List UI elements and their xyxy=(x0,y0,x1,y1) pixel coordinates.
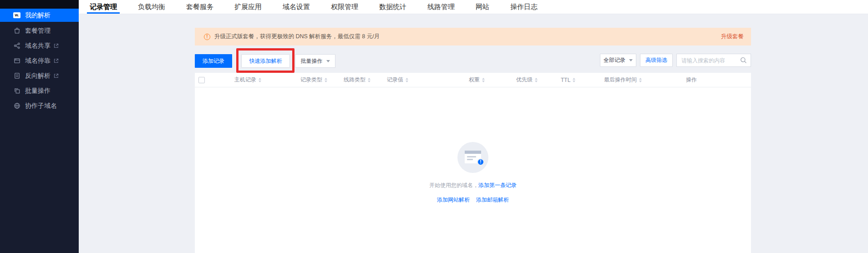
table-header-checkbox-cell xyxy=(195,77,234,83)
sidebar-item-my-dns[interactable]: w.我的解析 xyxy=(0,9,79,22)
record-filter-label: 全部记录 xyxy=(604,56,625,64)
quick-add-record-button[interactable]: 快速添加解析 xyxy=(241,54,290,68)
record-filter-dropdown[interactable]: 全部记录 xyxy=(600,54,636,67)
column-label: 优先级 xyxy=(516,76,533,84)
column-header-type[interactable]: 记录类型 xyxy=(300,76,344,84)
chevron-down-icon xyxy=(629,59,633,61)
sidebar-top-strip xyxy=(0,0,79,9)
window-icon xyxy=(13,57,20,65)
exclamation-badge-icon: ! xyxy=(477,158,484,166)
tab-domain-settings[interactable]: 域名设置 xyxy=(283,0,310,14)
external-link-icon xyxy=(54,73,59,78)
column-label: TTL xyxy=(561,77,570,83)
tab-extensions[interactable]: 扩展应用 xyxy=(234,0,262,14)
empty-state-icon: ! xyxy=(457,142,488,173)
tab-package-service[interactable]: 套餐服务 xyxy=(186,0,213,14)
column-header-weight[interactable]: 权重 xyxy=(469,76,516,84)
sidebar-item-parking[interactable]: 域名停靠 xyxy=(0,53,79,68)
column-label: 权重 xyxy=(469,76,480,84)
bag-icon xyxy=(13,27,20,35)
upgrade-banner-text: 升级正式版套餐，获得更极致的 DNS 解析服务，最低仅需 8 元/月 xyxy=(214,33,380,40)
column-header-host[interactable]: 主机记录 xyxy=(234,76,300,84)
sidebar-item-label: 反向解析 xyxy=(25,72,51,80)
sidebar-menu: w.我的解析套餐管理域名共享域名停靠反向解析批量操作协作子域名 xyxy=(0,9,79,113)
column-label: 主机记录 xyxy=(234,76,256,84)
column-header-value[interactable]: 记录值 xyxy=(387,76,469,84)
search-input[interactable] xyxy=(681,57,740,64)
sort-icon[interactable] xyxy=(368,78,371,82)
column-header-updated[interactable]: 最后操作时间 xyxy=(604,76,686,84)
sidebar-item-label: 批量操作 xyxy=(25,87,51,95)
sidebar-item-package[interactable]: 套餐管理 xyxy=(0,23,79,38)
sidebar-item-reverse[interactable]: 反向解析 xyxy=(0,68,79,83)
sidebar-item-label: 协作子域名 xyxy=(25,102,57,110)
select-all-checkbox[interactable] xyxy=(198,77,205,83)
sort-icon[interactable] xyxy=(406,78,408,82)
column-header-actions: 操作 xyxy=(686,76,751,84)
tab-permissions[interactable]: 权限管理 xyxy=(331,0,358,14)
tab-logs[interactable]: 操作日志 xyxy=(510,0,538,14)
table-header-row: 主机记录记录类型线路类型记录值权重优先级TTL最后操作时间操作 xyxy=(195,73,751,87)
upgrade-plan-link[interactable]: 升级套餐 xyxy=(721,33,744,40)
column-label: 记录值 xyxy=(387,76,403,84)
search-box xyxy=(676,54,751,67)
sidebar-item-share[interactable]: 域名共享 xyxy=(0,38,79,53)
sidebar: w.我的解析套餐管理域名共享域名停靠反向解析批量操作协作子域名 xyxy=(0,0,79,253)
sort-icon[interactable] xyxy=(535,78,538,82)
column-label: 线路类型 xyxy=(344,76,365,84)
external-link-icon xyxy=(54,43,59,48)
chevron-down-icon xyxy=(326,60,330,62)
add-mail-record-link[interactable]: 添加邮箱解析 xyxy=(476,197,509,203)
batch-operation-label: 批量操作 xyxy=(301,57,323,65)
dns-console-page: 记录管理负载均衡套餐服务扩展应用域名设置权限管理数据统计线路管理网站操作日志 w… xyxy=(0,0,868,253)
document-icon: ! xyxy=(465,151,481,163)
batch-operation-dropdown[interactable]: 批量操作 xyxy=(295,54,335,68)
empty-state-links: 添加网站解析添加邮箱解析 xyxy=(195,196,751,204)
sidebar-item-label: 我的解析 xyxy=(25,11,51,20)
empty-state-prefix: 开始使用您的域名， xyxy=(429,182,478,188)
tab-load-balance[interactable]: 负载均衡 xyxy=(138,0,165,14)
copy-icon xyxy=(13,87,20,95)
advanced-filter-button[interactable]: 高级筛选 xyxy=(640,54,673,67)
sidebar-item-label: 域名停靠 xyxy=(25,57,51,65)
share-icon xyxy=(13,42,20,50)
external-link-icon xyxy=(54,58,59,63)
sort-icon[interactable] xyxy=(482,78,485,82)
column-label: 操作 xyxy=(686,76,697,84)
sidebar-item-label: 套餐管理 xyxy=(25,27,51,35)
upgrade-banner: ! 升级正式版套餐，获得更极致的 DNS 解析服务，最低仅需 8 元/月 升级套… xyxy=(195,28,751,46)
sort-icon[interactable] xyxy=(639,78,642,82)
column-header-priority[interactable]: 优先级 xyxy=(516,76,561,84)
tab-records[interactable]: 记录管理 xyxy=(90,0,117,14)
column-label: 记录类型 xyxy=(300,76,322,84)
tab-bar: 记录管理负载均衡套餐服务扩展应用域名设置权限管理数据统计线路管理网站操作日志 xyxy=(79,0,868,14)
tab-website[interactable]: 网站 xyxy=(476,0,489,14)
add-website-record-link[interactable]: 添加网站解析 xyxy=(437,197,470,203)
empty-state-text: 开始使用您的域名，添加第一条记录 xyxy=(195,182,751,189)
column-header-line[interactable]: 线路类型 xyxy=(344,76,387,84)
sidebar-item-label: 域名共享 xyxy=(25,42,51,50)
sort-icon[interactable] xyxy=(573,78,575,82)
column-label: 最后操作时间 xyxy=(604,76,637,84)
search-icon[interactable] xyxy=(740,57,747,64)
column-header-ttl[interactable]: TTL xyxy=(561,77,604,83)
tab-lines[interactable]: 线路管理 xyxy=(427,0,455,14)
doc-icon xyxy=(13,72,20,80)
sidebar-item-batch[interactable]: 批量操作 xyxy=(0,83,79,98)
my-dns-icon: w. xyxy=(13,12,20,19)
globe-icon xyxy=(13,102,20,110)
add-first-record-link[interactable]: 添加第一条记录 xyxy=(478,182,517,188)
tab-statistics[interactable]: 数据统计 xyxy=(379,0,406,14)
warning-circle-icon: ! xyxy=(204,34,210,40)
add-record-button[interactable]: 添加记录 xyxy=(195,54,232,68)
sort-icon[interactable] xyxy=(259,78,261,82)
sort-icon[interactable] xyxy=(325,78,327,82)
sidebar-item-subdomain[interactable]: 协作子域名 xyxy=(0,98,79,113)
records-table: 主机记录记录类型线路类型记录值权重优先级TTL最后操作时间操作 ! 开始使用您的… xyxy=(195,73,751,253)
